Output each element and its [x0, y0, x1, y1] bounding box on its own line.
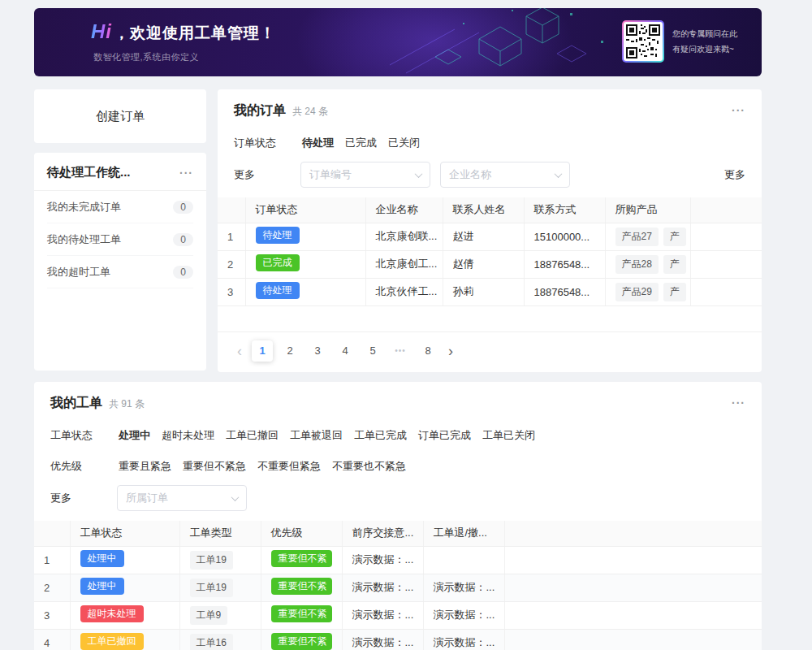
ticket-status-filter: 工单状态 处理中 超时未处理 工单已撤回 工单被退回 工单已完成 订单已完成 工…: [34, 412, 762, 443]
order-id-select[interactable]: 订单编号: [300, 162, 430, 188]
contact-cell: 孙莉: [443, 278, 524, 306]
orders-panel-title: 我的订单: [234, 102, 286, 119]
return-note-cell: 演示数据：...: [423, 629, 504, 650]
create-order-label: 创建订单: [96, 109, 145, 124]
priority-badge: 重要但不紧: [271, 578, 332, 595]
priority-option-not-important-not-urgent[interactable]: 不重要也不紧急: [332, 459, 406, 474]
priority-cell: 重要但不紧: [261, 629, 342, 650]
orders-more-link[interactable]: 更多: [724, 167, 745, 182]
company-cell: 北京伙伴工...: [365, 278, 443, 306]
tickets-table: 工单状态 工单类型 优先级 前序交接意... 工单退/撤... 1 处理中 工单…: [34, 521, 762, 650]
orders-count: 共 24 条: [292, 105, 328, 119]
page-button-5[interactable]: 5: [362, 340, 383, 362]
stat-item-pending-tickets[interactable]: 我的待处理工单 0: [47, 223, 193, 256]
company-cell: 北京康创联...: [365, 223, 443, 250]
row-index: 1: [218, 223, 245, 250]
parent-order-select-placeholder: 所属订单: [126, 491, 168, 505]
column-header-priority: 优先级: [261, 521, 342, 546]
priority-option-important-urgent[interactable]: 重要且紧急: [119, 459, 171, 474]
column-header-contact-phone: 联系方式: [524, 197, 605, 223]
empty-row: [218, 306, 762, 332]
ticket-type-tag: 工单19: [190, 551, 233, 570]
more-icon[interactable]: ···: [732, 396, 745, 410]
table-row: 1 待处理 北京康创联... 赵进 15100000... 产品27产: [218, 223, 762, 250]
company-cell: 北京康创工...: [365, 250, 443, 278]
qr-caption-line2: 有疑问欢迎来戳~: [672, 41, 737, 57]
pagination-ellipsis-icon[interactable]: •••: [390, 340, 411, 362]
handover-note-cell: 演示数据：...: [342, 574, 423, 601]
column-header-index: [218, 197, 245, 223]
orders-table: 订单状态 企业名称 联系人姓名 联系方式 所购产品 1 待处理 北京康创联...…: [218, 197, 762, 332]
filter-option-returned[interactable]: 工单被退回: [290, 428, 343, 443]
product-tag: 产: [663, 255, 686, 274]
more-icon[interactable]: ···: [179, 167, 193, 180]
priority-cell: 重要但不紧: [261, 546, 342, 574]
filter-option-pending[interactable]: 待处理: [302, 136, 334, 150]
status-badge: 已完成: [256, 254, 300, 271]
priority-option-not-important-urgent[interactable]: 不重要但紧急: [257, 459, 321, 474]
row-index: 2: [218, 250, 245, 278]
tickets-panel-title: 我的工单: [50, 395, 102, 412]
qr-code: [622, 20, 664, 63]
filter-option-withdrawn[interactable]: 工单已撤回: [226, 428, 279, 443]
ticket-type-tag: 工单9: [190, 606, 228, 625]
status-badge: 处理中: [80, 578, 124, 595]
orders-table-header-row: 订单状态 企业名称 联系人姓名 联系方式 所购产品: [218, 197, 762, 223]
page-button-3[interactable]: 3: [307, 340, 328, 362]
stat-item-overtime-tickets[interactable]: 我的超时工单 0: [47, 256, 193, 288]
ticket-type-cell: 工单19: [179, 574, 261, 601]
orders-more-filters-row: 更多 订单编号 企业名称 更多: [218, 150, 762, 197]
filter-option-overtime[interactable]: 超时未处理: [162, 428, 214, 443]
qr-code-image: [626, 24, 660, 58]
stat-count: 0: [173, 233, 193, 246]
company-name-select[interactable]: 企业名称: [440, 162, 570, 188]
table-row: 2 处理中 工单19 重要但不紧 演示数据：... 演示数据：...: [34, 574, 762, 601]
ticket-priority-filter: 优先级 重要且紧急 重要但不紧急 不重要但紧急 不重要也不紧急: [34, 443, 762, 474]
next-page-icon[interactable]: ›: [445, 344, 456, 358]
filter-option-processing[interactable]: 处理中: [119, 428, 150, 443]
stat-item-unfinished-orders[interactable]: 我的未完成订单 0: [47, 191, 193, 223]
filter-option-ticket-closed[interactable]: 工单已关闭: [482, 428, 535, 443]
more-icon[interactable]: ···: [732, 104, 745, 117]
column-header-index: [34, 521, 70, 546]
ticket-type-tag: 工单19: [190, 578, 233, 597]
banner-greeting-hi: Hi: [91, 20, 112, 42]
welcome-banner: Hi，欢迎使用工单管理！ 数智化管理,系统由你定义: [34, 8, 762, 76]
filter-option-ticket-completed[interactable]: 工单已完成: [354, 428, 407, 443]
prev-page-icon[interactable]: ‹: [234, 344, 245, 358]
create-order-button[interactable]: 创建订单: [34, 89, 206, 143]
phone-cell: 15100000...: [524, 223, 605, 250]
table-row: 3 待处理 北京伙伴工... 孙莉 18876548... 产品29产: [218, 278, 762, 306]
column-header-order-status: 订单状态: [245, 197, 365, 223]
page-button-8[interactable]: 8: [417, 340, 438, 362]
column-header-extra: [690, 197, 762, 223]
stats-card-title: 待处理工作统...: [47, 165, 131, 180]
page-button-1[interactable]: 1: [252, 340, 273, 362]
table-row: 1 处理中 工单19 重要但不紧 演示数据：...: [34, 546, 762, 574]
column-header-ticket-type: 工单类型: [179, 521, 261, 546]
filter-option-closed[interactable]: 已关闭: [388, 136, 420, 150]
extra-cell: [690, 223, 762, 250]
page-button-2[interactable]: 2: [279, 340, 300, 362]
priority-option-important-not-urgent[interactable]: 重要但不紧急: [183, 459, 246, 474]
tickets-more-filters-row: 更多 所属订单: [34, 474, 762, 521]
page-button-4[interactable]: 4: [335, 340, 356, 362]
more-filters-label: 更多: [50, 491, 107, 505]
phone-cell: 18876548...: [524, 250, 605, 278]
parent-order-select[interactable]: 所属订单: [117, 485, 247, 511]
order-id-select-placeholder: 订单编号: [309, 167, 352, 182]
stat-label: 我的未完成订单: [47, 200, 121, 214]
filter-option-completed[interactable]: 已完成: [345, 136, 377, 150]
pagination: ‹ 1 2 3 4 5 ••• 8 ›: [218, 332, 762, 370]
column-header-ticket-status: 工单状态: [70, 521, 179, 546]
table-row: 4 工单已撤回 工单16 重要但不紧 演示数据：... 演示数据：...: [34, 629, 762, 650]
phone-cell: 18876548...: [524, 278, 605, 306]
priority-badge: 重要但不紧: [271, 550, 332, 567]
return-note-cell: 演示数据：...: [423, 601, 504, 629]
chevron-down-icon: [231, 493, 240, 501]
filter-option-order-completed[interactable]: 订单已完成: [418, 428, 471, 443]
contact-cell: 赵进: [443, 223, 524, 250]
row-index: 3: [34, 601, 70, 629]
chevron-down-icon: [555, 170, 563, 178]
stat-label: 我的待处理工单: [47, 232, 121, 247]
